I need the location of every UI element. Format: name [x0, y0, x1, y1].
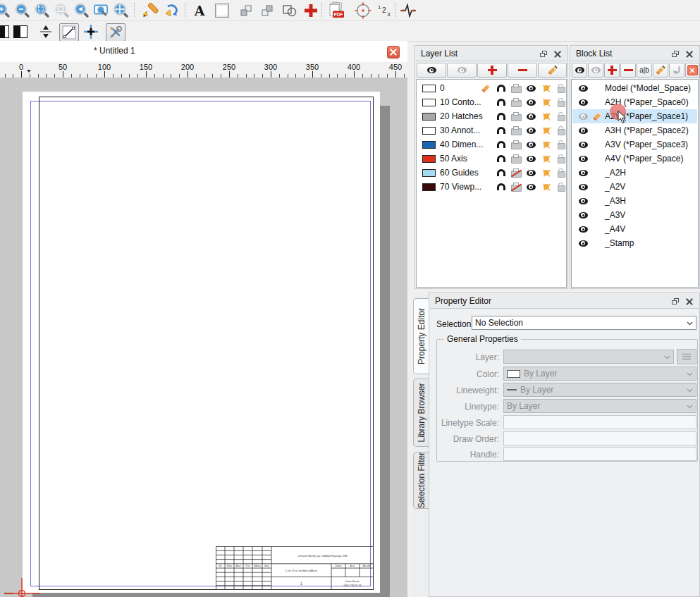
- add-layer-button[interactable]: [477, 63, 507, 78]
- visibility-eye-icon[interactable]: [577, 223, 589, 235]
- snap-magnet-icon[interactable]: [495, 152, 508, 165]
- text-tool-button[interactable]: A: [190, 1, 209, 19]
- zoom-auto-button[interactable]: [33, 1, 51, 19]
- visibility-eye-icon[interactable]: [524, 180, 537, 193]
- background-split-button[interactable]: [12, 23, 29, 40]
- lock-icon[interactable]: [555, 82, 567, 94]
- sun-icon[interactable]: [540, 82, 553, 94]
- block-row[interactable]: _A2H: [572, 166, 697, 180]
- block-row[interactable]: _A3V: [572, 208, 697, 222]
- print-icon[interactable]: [510, 138, 522, 151]
- layer-row[interactable]: 60 Guides: [417, 166, 565, 180]
- visibility-eye-icon[interactable]: [524, 110, 537, 123]
- visibility-eye-icon[interactable]: [577, 124, 589, 137]
- rename-block-button[interactable]: a|b: [637, 63, 652, 78]
- float-panel-button[interactable]: [670, 49, 680, 59]
- tab-selection-filter[interactable]: Selection Filter: [413, 452, 429, 509]
- draft-mode-button[interactable]: [59, 23, 79, 42]
- hide-all-blocks-button[interactable]: [588, 63, 603, 78]
- visibility-eye-icon[interactable]: [524, 96, 537, 109]
- drawing-canvas[interactable]: a Kanal Nemyr ya Odlidtal Ryaslay 25B 1 …: [0, 78, 407, 597]
- layer-color-swatch[interactable]: [422, 169, 436, 177]
- layer-color-swatch[interactable]: [422, 183, 436, 191]
- block-row[interactable]: _A4V: [572, 222, 697, 236]
- lock-icon[interactable]: [555, 166, 567, 179]
- order-backward-button[interactable]: [237, 1, 255, 19]
- lock-icon[interactable]: [555, 110, 567, 123]
- print-icon[interactable]: [510, 152, 522, 165]
- layer-color-swatch[interactable]: [422, 141, 436, 149]
- block-row[interactable]: _Stamp: [572, 236, 697, 250]
- snap-magnet-icon[interactable]: [495, 124, 508, 137]
- layer-row[interactable]: 0: [417, 81, 565, 95]
- close-panel-button[interactable]: [684, 297, 694, 307]
- property-editor-title-bar[interactable]: Property Editor: [430, 294, 699, 309]
- visibility-eye-icon[interactable]: [577, 152, 589, 165]
- hide-all-layers-button[interactable]: [447, 63, 477, 78]
- remove-block-button[interactable]: [620, 63, 636, 78]
- block-row[interactable]: A3H (*Paper_Space2): [572, 123, 697, 137]
- snap-magnet-icon[interactable]: [495, 138, 508, 151]
- undo-button[interactable]: [161, 1, 182, 19]
- layer-list-title-bar[interactable]: Layer List: [416, 47, 567, 61]
- edit-block-button[interactable]: [653, 63, 668, 78]
- layer-row[interactable]: 50 Axis: [417, 152, 565, 166]
- float-panel-button[interactable]: [670, 297, 680, 307]
- block-list-title-bar[interactable]: Block List: [571, 47, 699, 61]
- visibility-eye-icon[interactable]: [577, 138, 589, 151]
- visibility-eye-icon[interactable]: [577, 82, 589, 94]
- viewport-button[interactable]: [213, 1, 231, 19]
- block-row-selected[interactable]: A2V (*Paper_Space1): [572, 109, 697, 123]
- lock-icon[interactable]: [555, 152, 567, 165]
- sun-icon[interactable]: [540, 96, 553, 109]
- snap-magnet-icon[interactable]: [495, 180, 508, 193]
- lock-icon[interactable]: [555, 96, 567, 109]
- no-print-icon[interactable]: [510, 166, 522, 179]
- tab-property-editor[interactable]: Property Editor: [413, 298, 429, 374]
- block-row[interactable]: A3V (*Paper_Space3): [572, 137, 697, 152]
- visibility-eye-icon[interactable]: [577, 96, 589, 109]
- visibility-eye-icon[interactable]: [524, 82, 537, 94]
- tools-button[interactable]: [106, 23, 125, 42]
- block-row[interactable]: A2H (*Paper_Space0): [572, 95, 697, 109]
- selection-combobox[interactable]: No Selection: [472, 316, 696, 330]
- close-panel-button[interactable]: [553, 49, 563, 59]
- visibility-eye-icon[interactable]: [524, 124, 537, 137]
- sun-icon[interactable]: [540, 110, 553, 123]
- block-row[interactable]: _A2V: [572, 180, 697, 194]
- block-row[interactable]: _A3H: [572, 194, 697, 208]
- zoom-out-button[interactable]: [13, 1, 32, 19]
- layer-color-swatch[interactable]: [422, 155, 436, 163]
- layer-row[interactable]: 30 Annot...: [417, 123, 565, 137]
- sun-icon[interactable]: [540, 138, 553, 151]
- crosshair-button[interactable]: [82, 23, 100, 40]
- print-icon[interactable]: [510, 82, 522, 94]
- edit-layer-button[interactable]: [538, 63, 567, 78]
- background-dark-button[interactable]: [0, 23, 11, 40]
- sun-icon[interactable]: [540, 166, 553, 179]
- show-all-blocks-button[interactable]: [572, 63, 587, 78]
- tab-library-browser[interactable]: Library Browser: [413, 378, 429, 447]
- visibility-eye-off-icon[interactable]: [577, 110, 589, 123]
- drawing-preferences-button[interactable]: [140, 1, 161, 19]
- visibility-eye-icon[interactable]: [524, 152, 537, 165]
- pdf-export-button[interactable]: PDF: [326, 1, 347, 19]
- layer-row[interactable]: 70 Viewp...: [417, 180, 565, 194]
- sun-icon[interactable]: [540, 124, 553, 137]
- document-tab-close-button[interactable]: [387, 46, 400, 59]
- snap-magnet-icon[interactable]: [495, 166, 508, 179]
- add-block-button[interactable]: [604, 63, 620, 78]
- close-panel-button[interactable]: [684, 49, 694, 59]
- zoom-window-button[interactable]: [92, 1, 111, 19]
- visibility-eye-icon[interactable]: [577, 237, 589, 250]
- center-point-button[interactable]: [354, 1, 372, 19]
- visibility-eye-icon[interactable]: [577, 180, 589, 193]
- visibility-eye-icon[interactable]: [577, 209, 589, 221]
- float-panel-button[interactable]: [539, 49, 548, 59]
- layer-color-swatch[interactable]: [422, 99, 436, 106]
- block-row[interactable]: Model (*Model_Space): [572, 81, 697, 95]
- no-print-icon[interactable]: [510, 180, 522, 193]
- print-icon[interactable]: [510, 124, 522, 137]
- add-button[interactable]: [302, 1, 320, 19]
- block-row[interactable]: A4V (*Paper_Space): [572, 152, 697, 166]
